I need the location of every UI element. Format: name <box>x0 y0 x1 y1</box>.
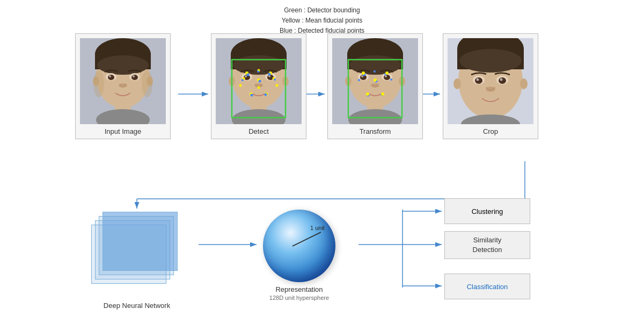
svg-point-93 <box>385 71 389 75</box>
svg-line-114 <box>292 232 321 246</box>
svg-point-106 <box>499 77 506 84</box>
svg-point-20 <box>108 75 114 80</box>
svg-point-30 <box>142 70 152 97</box>
dnn-box: Deep Neural Network <box>83 209 191 295</box>
input-face-image <box>80 38 166 124</box>
svg-point-59 <box>247 74 250 76</box>
input-image-box: Input Image <box>75 33 171 139</box>
dnn-label: Deep Neural Network <box>83 302 191 310</box>
svg-point-23 <box>133 75 135 77</box>
input-image-label: Input Image <box>105 127 142 135</box>
detect-label: Detect <box>248 127 269 135</box>
svg-point-77 <box>385 75 387 77</box>
svg-point-92 <box>362 71 365 75</box>
detect-face-image <box>216 38 302 124</box>
diagram-container: Green : Detector bounding Yellow : Mean … <box>0 0 644 323</box>
svg-point-113 <box>520 78 528 89</box>
svg-point-21 <box>131 75 138 80</box>
repr-sublabel: 128D unit hypersphere <box>269 295 329 301</box>
svg-point-63 <box>265 94 267 96</box>
transform-face-image <box>332 38 418 124</box>
svg-point-108 <box>500 78 503 81</box>
legend-line1: Green : Detector bounding <box>0 5 644 16</box>
svg-point-65 <box>241 79 244 81</box>
clustering-box: Clustering <box>444 198 530 224</box>
representation-container: 1 unit Representation 128D unit hypersph… <box>263 210 335 301</box>
svg-point-90 <box>358 79 360 81</box>
svg-point-76 <box>361 75 363 77</box>
repr-label: Representation <box>275 285 323 293</box>
svg-point-94 <box>374 78 377 82</box>
legend: Green : Detector bounding Yellow : Mean … <box>0 5 644 37</box>
similarity-label: SimilarityDetection <box>473 235 502 255</box>
svg-point-102 <box>459 49 522 73</box>
classification-label: Classification <box>467 283 508 291</box>
svg-point-109 <box>486 87 495 92</box>
legend-line2: Yellow : Mean fiducial points <box>0 16 644 26</box>
svg-point-57 <box>276 84 279 87</box>
transform-box: Transform <box>327 33 423 139</box>
svg-point-62 <box>251 94 253 97</box>
crop-label: Crop <box>483 127 498 135</box>
clustering-label: Clustering <box>472 207 503 216</box>
sphere: 1 unit <box>263 210 335 282</box>
svg-point-60 <box>268 73 271 76</box>
svg-point-64 <box>257 70 259 73</box>
svg-point-22 <box>109 75 111 77</box>
svg-point-95 <box>366 92 369 96</box>
svg-point-56 <box>239 84 242 87</box>
svg-point-40 <box>245 75 247 77</box>
svg-point-29 <box>93 70 104 97</box>
svg-point-41 <box>268 75 270 77</box>
svg-point-96 <box>381 92 384 96</box>
svg-text:1 unit: 1 unit <box>310 225 325 231</box>
svg-point-58 <box>258 87 260 89</box>
similarity-box: SimilarityDetection <box>444 231 530 259</box>
detect-box: Detect <box>211 33 306 139</box>
svg-point-91 <box>390 78 392 81</box>
svg-point-61 <box>259 80 261 83</box>
svg-point-107 <box>477 78 479 81</box>
classification-box: Classification <box>444 274 530 299</box>
svg-point-112 <box>453 78 461 89</box>
svg-point-66 <box>274 78 276 81</box>
svg-point-105 <box>475 77 482 84</box>
svg-point-75 <box>384 75 390 80</box>
crop-box: Crop <box>443 33 538 139</box>
svg-point-89 <box>374 70 376 73</box>
transform-label: Transform <box>360 127 391 135</box>
crop-face-image <box>448 38 533 124</box>
